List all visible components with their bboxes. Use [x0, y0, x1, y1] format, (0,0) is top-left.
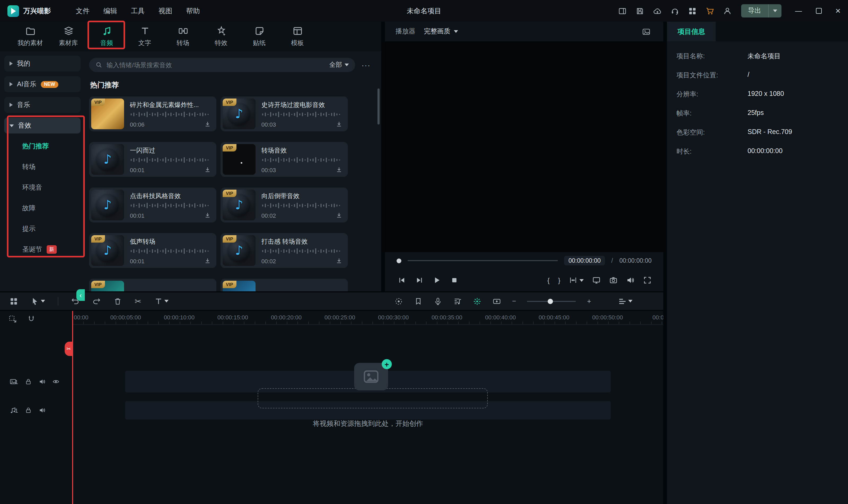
display-mode-button[interactable]	[592, 276, 601, 285]
text-tool[interactable]	[154, 297, 168, 305]
previous-frame-button[interactable]	[398, 276, 406, 285]
stop-button[interactable]	[450, 276, 458, 285]
delete-button[interactable]	[114, 297, 122, 305]
download-icon[interactable]	[204, 257, 211, 264]
tab-stickers[interactable]: 贴纸	[240, 22, 278, 51]
keyframe-button[interactable]	[492, 297, 501, 305]
mark-in-button[interactable]: {	[548, 276, 550, 284]
maximize-button[interactable]	[816, 8, 821, 14]
more-options-button[interactable]: ···	[362, 61, 373, 69]
media-dropzone[interactable]	[258, 388, 488, 408]
menu-view[interactable]: 视图	[152, 0, 179, 22]
mark-out-button[interactable]: }	[558, 276, 560, 284]
volume-button[interactable]	[626, 276, 635, 285]
audio-mixer-button[interactable]	[453, 297, 462, 305]
ai-enhance-button[interactable]	[473, 297, 481, 305]
media-grid-icon[interactable]	[10, 297, 18, 305]
timeline-ruler[interactable]: 00:00 00:00:05:00 00:00:10:00 00:00:15:0…	[73, 311, 663, 325]
preview-media-icon[interactable]	[642, 27, 651, 36]
search-bar[interactable]: 全部	[89, 58, 355, 72]
mute-speaker-icon[interactable]	[39, 407, 46, 414]
tab-text[interactable]: 文字	[126, 22, 164, 51]
download-icon[interactable]	[204, 121, 211, 128]
playhead[interactable]: ✂	[72, 311, 73, 504]
audio-card[interactable]: ♪VIP 打击感 转场音效 00:02	[221, 233, 348, 268]
audio-card[interactable]: VIP	[221, 278, 348, 291]
zoom-slider[interactable]	[527, 301, 576, 302]
tab-my-media[interactable]: 我的素材	[11, 22, 49, 51]
audio-card[interactable]: ♪ 一闪而过 00:01	[89, 142, 216, 177]
sidebar-subitem-glitch[interactable]: 故障	[4, 200, 81, 216]
export-button[interactable]: 导出	[741, 4, 781, 17]
menu-tools[interactable]: 工具	[124, 0, 152, 22]
redo-button[interactable]	[92, 297, 101, 305]
audio-card[interactable]: VIP	[89, 278, 216, 291]
scrubber-handle[interactable]	[397, 258, 401, 263]
cart-icon[interactable]	[705, 6, 714, 15]
export-label[interactable]: 导出	[741, 6, 768, 15]
next-frame-button[interactable]	[415, 276, 423, 285]
zoom-slider-handle[interactable]	[548, 299, 553, 304]
tab-effects[interactable]: 特效	[202, 22, 240, 51]
audio-card[interactable]: ♪ 点击科技风格音效 00:01	[89, 187, 216, 222]
tab-templates[interactable]: 模板	[278, 22, 316, 51]
audio-card[interactable]: VIP 碎片和金属元素爆炸性... 00:06	[89, 96, 216, 131]
minimize-button[interactable]: —	[795, 7, 802, 15]
collapse-sidebar-button[interactable]: ‹	[76, 289, 85, 301]
menu-help[interactable]: 帮助	[179, 0, 207, 22]
scrubber-track[interactable]	[408, 260, 558, 261]
snapshot-button[interactable]	[609, 276, 618, 285]
download-icon[interactable]	[335, 257, 343, 264]
menu-edit[interactable]: 编辑	[97, 0, 124, 22]
timeline[interactable]: 00:00 00:00:05:00 00:00:10:00 00:00:15:0…	[0, 311, 663, 504]
mark-inout-dropdown[interactable]	[569, 276, 584, 285]
eye-visibility-icon[interactable]	[52, 378, 59, 385]
download-icon[interactable]	[335, 166, 343, 173]
search-input[interactable]	[107, 61, 321, 69]
tab-audio[interactable]: 音频	[87, 22, 126, 51]
render-preview-button[interactable]	[395, 297, 403, 305]
download-icon[interactable]	[335, 121, 343, 128]
audio-card[interactable]: ♪VIP 史诗开场过渡电影音效 00:03	[221, 96, 348, 131]
sidebar-item-sound-effects[interactable]: 音效	[4, 118, 81, 133]
audio-card[interactable]: ♪VIP 低声转场 00:01	[89, 233, 216, 268]
voiceover-mic-button[interactable]	[434, 297, 442, 305]
export-dropdown[interactable]	[768, 4, 781, 17]
lock-icon[interactable]	[25, 378, 32, 385]
support-headset-icon[interactable]	[670, 6, 679, 15]
sidebar-item-ai-music[interactable]: AI音乐 NEW	[4, 76, 81, 92]
sidebar-item-music[interactable]: 音乐	[4, 97, 81, 113]
account-icon[interactable]	[723, 6, 731, 15]
tab-stock-library[interactable]: 素材库	[49, 22, 87, 51]
play-button[interactable]	[433, 276, 441, 285]
sidebar-subitem-alert[interactable]: 提示	[4, 221, 81, 237]
layout-panel-icon[interactable]	[618, 6, 626, 15]
sidebar-subitem-christmas[interactable]: 圣诞节 新	[4, 241, 81, 257]
snap-magnet-icon[interactable]	[27, 314, 36, 323]
cloud-upload-icon[interactable]	[653, 6, 661, 15]
zoom-in-button[interactable]: +	[587, 297, 591, 305]
track-manager-dropdown[interactable]	[618, 297, 633, 305]
tab-project-info[interactable]: 项目信息	[667, 22, 716, 41]
playhead-scissors-handle[interactable]: ✂	[65, 342, 73, 356]
download-icon[interactable]	[204, 166, 211, 173]
save-icon[interactable]	[635, 6, 644, 15]
apps-grid-icon[interactable]	[688, 6, 696, 15]
split-button[interactable]: ✂	[135, 296, 141, 306]
sidebar-subitem-hot[interactable]: 热门推荐	[4, 138, 81, 154]
tab-transitions[interactable]: 转场	[164, 22, 202, 51]
fullscreen-button[interactable]	[643, 276, 652, 285]
filter-dropdown[interactable]: 全部	[325, 60, 349, 69]
select-tool[interactable]	[31, 297, 45, 305]
lock-icon[interactable]	[25, 407, 32, 414]
close-button[interactable]: ×	[835, 6, 841, 15]
marker-button[interactable]	[414, 297, 422, 305]
download-icon[interactable]	[335, 212, 343, 219]
scrollbar[interactable]	[378, 88, 380, 125]
add-to-timeline-icon[interactable]	[8, 314, 17, 323]
sidebar-item-my[interactable]: 我的	[4, 56, 81, 72]
audio-card[interactable]: VIP 转场音效 00:03	[221, 142, 348, 177]
add-media-badge[interactable]: +	[382, 359, 392, 369]
audio-card[interactable]: ♪VIP 向后倒带音效 00:02	[221, 187, 348, 222]
sidebar-subitem-transitions[interactable]: 转场	[4, 159, 81, 175]
